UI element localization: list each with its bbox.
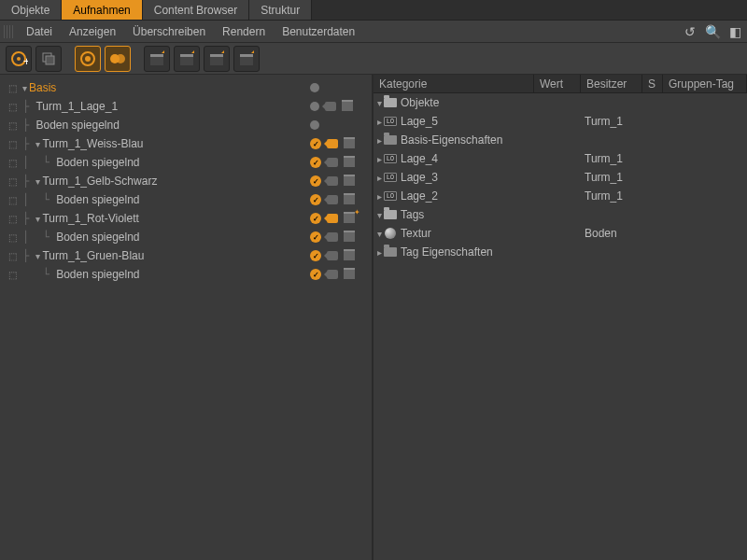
take-row[interactable]: ⬚├ ▾Turm_1_Gruen-Blau (0, 246, 372, 265)
clapper-icon[interactable] (342, 102, 353, 111)
camera-icon[interactable] (327, 232, 338, 242)
take-label[interactable]: Turm_1_Weiss-Blau (42, 137, 143, 150)
clapper-icon[interactable] (344, 176, 355, 186)
take-row[interactable]: ⬚ └ Boden spiegelnd (0, 265, 372, 284)
disclosure-icon[interactable]: ▾ (377, 98, 382, 108)
menu-anzeigen[interactable]: Anzeigen (62, 21, 123, 42)
take-label[interactable]: Boden spiegelnd (56, 268, 139, 281)
menu-ueberschreiben[interactable]: Überschreiben (125, 21, 213, 42)
col-kategorie[interactable]: Kategorie (374, 75, 534, 92)
tab-struktur[interactable]: Struktur (249, 0, 312, 20)
override-row[interactable]: ▸L0Lage_4Turm_1 (374, 149, 747, 168)
override-label[interactable]: Objekte (401, 96, 439, 109)
camera-icon[interactable] (327, 158, 338, 167)
col-s[interactable]: S (642, 75, 663, 92)
override-label[interactable]: Lage_3 (401, 171, 438, 184)
disclosure-icon[interactable]: ▾ (377, 229, 382, 239)
tab-content-browser[interactable]: Content Browser (143, 0, 249, 20)
history-icon[interactable]: ↺ (682, 23, 698, 40)
override-row[interactable]: ▸L0Lage_3Turm_1 (374, 168, 747, 187)
override-row[interactable]: ▾TexturBoden (374, 224, 747, 243)
selection-box-icon[interactable]: ⬚ (6, 212, 19, 225)
status-dot-icon[interactable] (310, 83, 319, 92)
take-row[interactable]: ⬚▾Basis (0, 78, 372, 97)
take-row[interactable]: ⬚├ Turm_1_Lage_1 (0, 97, 372, 116)
take-label[interactable]: Turm_1_Rot-Violett (42, 212, 138, 225)
tab-aufnahmen[interactable]: Aufnahmen (62, 0, 142, 20)
camera-icon[interactable] (327, 195, 338, 204)
selection-box-icon[interactable]: ⬚ (6, 100, 19, 113)
selection-box-icon[interactable]: ⬚ (6, 193, 19, 206)
take-row[interactable]: ⬚│ └ Boden spiegelnd (0, 153, 372, 172)
render-take-1-button[interactable] (144, 46, 170, 72)
override-row[interactable]: ▸Basis-Eigenschaften (374, 131, 747, 149)
clapper-icon[interactable] (344, 195, 355, 204)
camera-icon[interactable] (325, 102, 336, 111)
disclosure-icon[interactable]: ▾ (22, 83, 27, 93)
disclosure-icon[interactable]: ▾ (35, 176, 40, 187)
disclosure-icon[interactable]: ▾ (377, 210, 382, 220)
disclosure-icon[interactable]: ▸ (377, 191, 382, 202)
render-take-3-button[interactable] (204, 46, 230, 72)
override-label[interactable]: Tags (401, 208, 424, 221)
cell-besitzer[interactable]: Turm_1 (581, 115, 642, 128)
new-take-button[interactable]: + (6, 46, 32, 72)
duplicate-take-button[interactable] (35, 46, 62, 72)
disclosure-icon[interactable]: ▸ (377, 154, 382, 164)
clapper-icon[interactable] (344, 270, 355, 279)
selection-box-icon[interactable]: ⬚ (6, 249, 19, 262)
disclosure-icon[interactable]: ▸ (377, 247, 382, 258)
selection-box-icon[interactable]: ⬚ (6, 156, 19, 169)
override-button[interactable] (105, 46, 131, 72)
take-row[interactable]: ⬚├ ▾Turm_1_Weiss-Blau (0, 134, 372, 153)
take-label[interactable]: Turm_1_Gruen-Blau (42, 249, 144, 262)
selection-box-icon[interactable]: ⬚ (6, 175, 19, 188)
override-row[interactable]: ▸L0Lage_5Turm_1 (374, 112, 747, 131)
camera-icon[interactable] (327, 270, 338, 279)
render-take-4-button[interactable] (233, 46, 260, 72)
menu-datei[interactable]: Datei (19, 21, 60, 42)
cell-besitzer[interactable]: Turm_1 (581, 152, 642, 165)
override-row[interactable]: ▸L0Lage_2Turm_1 (374, 187, 747, 205)
override-label[interactable]: Tag Eigenschaften (401, 245, 493, 259)
override-label[interactable]: Lage_5 (401, 115, 438, 128)
override-label[interactable]: Basis-Eigenschaften (401, 133, 502, 147)
disclosure-icon[interactable]: ▸ (377, 135, 382, 146)
selection-box-icon[interactable]: ⬚ (6, 268, 19, 281)
status-check-icon[interactable] (310, 194, 321, 205)
take-label[interactable]: Basis (29, 81, 56, 94)
take-label[interactable]: Boden spiegelnd (35, 119, 119, 132)
clapper-icon[interactable] (344, 232, 355, 242)
status-check-icon[interactable] (310, 138, 321, 149)
col-wert[interactable]: Wert (534, 75, 581, 92)
status-dot-icon[interactable] (310, 102, 319, 111)
camera-icon[interactable] (327, 214, 338, 223)
selection-box-icon[interactable]: ⬚ (6, 81, 19, 94)
status-check-icon[interactable] (310, 157, 321, 168)
selection-box-icon[interactable]: ⬚ (6, 119, 19, 132)
take-label[interactable]: Boden spiegelnd (56, 193, 139, 206)
override-label[interactable]: Lage_4 (401, 152, 438, 165)
take-row[interactable]: ⬚├ ▾Turm_1_Gelb-Schwarz (0, 172, 372, 190)
disclosure-icon[interactable]: ▾ (35, 214, 40, 224)
status-check-icon[interactable] (310, 269, 321, 280)
clapper-icon[interactable] (344, 251, 355, 260)
tab-objekte[interactable]: Objekte (0, 0, 62, 20)
col-gruppen-tag[interactable]: Gruppen-Tag (663, 75, 747, 92)
take-row[interactable]: ⬚├ ▾Turm_1_Rot-Violett (0, 209, 372, 228)
disclosure-icon[interactable]: ▾ (35, 251, 40, 261)
disclosure-icon[interactable]: ▸ (377, 173, 382, 183)
status-dot-icon[interactable] (310, 120, 319, 130)
cell-besitzer[interactable]: Boden (581, 227, 642, 240)
status-check-icon[interactable] (310, 213, 321, 224)
override-row[interactable]: ▾Objekte (374, 93, 747, 112)
status-check-icon[interactable] (310, 250, 321, 261)
take-row[interactable]: ⬚│ └ Boden spiegelnd (0, 228, 372, 246)
override-label[interactable]: Textur (401, 227, 431, 240)
cell-besitzer[interactable]: Turm_1 (581, 189, 642, 203)
search-icon[interactable]: 🔍 (704, 23, 721, 40)
clapper-icon[interactable] (344, 158, 355, 167)
auto-take-button[interactable] (75, 46, 101, 72)
clapper-icon[interactable] (344, 214, 355, 223)
status-check-icon[interactable] (310, 175, 321, 187)
